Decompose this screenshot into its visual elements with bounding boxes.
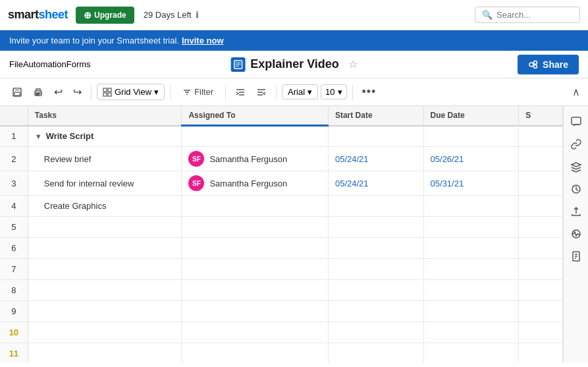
more-options-button[interactable]: ••• [358,84,381,100]
days-left-label: 29 Days Left [144,10,192,20]
due-date-cell[interactable]: 05/31/21 [423,171,519,196]
assigned-cell[interactable] [182,259,329,280]
menu-file[interactable]: File [9,59,23,69]
start-date-cell[interactable] [328,196,423,217]
upload-icon-button[interactable] [566,201,587,222]
task-cell[interactable] [28,238,182,259]
start-date-cell[interactable] [328,126,423,147]
start-date-cell[interactable]: 05/24/21 [328,171,423,196]
outdent-button[interactable] [252,85,271,99]
col-header-due[interactable]: Due Date [423,106,519,126]
font-selector[interactable]: Arial ▾ [282,84,318,99]
status-cell[interactable] [519,301,563,322]
document-icon-button[interactable] [566,246,587,267]
redo-button[interactable]: ↪ [69,83,86,101]
save-icon-button[interactable] [8,84,26,100]
star-icon[interactable]: ☆ [348,58,358,71]
task-cell[interactable] [28,343,182,363]
spreadsheet-area: Tasks Assigned To Start Date Due Date S … [0,106,563,362]
status-cell[interactable] [519,343,563,363]
upgrade-button[interactable]: ⊕ Upgrade [76,7,134,24]
start-date-cell[interactable] [328,280,423,301]
print-icon-button[interactable] [29,84,47,100]
task-cell[interactable]: ▼Write Script [28,126,182,147]
status-cell[interactable] [519,217,563,238]
search-input[interactable] [496,10,573,20]
due-date-cell[interactable] [423,280,519,301]
start-date-cell[interactable] [328,343,423,363]
activity-icon-button[interactable] [566,223,587,244]
task-cell[interactable] [28,217,182,238]
due-date-cell[interactable] [423,322,519,343]
status-cell[interactable] [519,238,563,259]
task-cell[interactable] [28,301,182,322]
due-date-cell[interactable]: 05/26/21 [423,147,519,171]
collapse-row-arrow[interactable]: ▼ [35,132,42,140]
status-cell[interactable] [519,280,563,301]
task-cell[interactable]: Send for internal review [28,171,182,196]
task-cell[interactable]: Review brief [28,147,182,171]
task-cell[interactable]: Create Graphics [28,196,182,217]
divider1 [91,85,92,99]
search-icon: 🔍 [482,10,493,20]
status-cell[interactable] [519,171,563,196]
due-date-cell[interactable] [423,217,519,238]
assigned-cell[interactable] [182,280,329,301]
due-date-cell[interactable] [423,238,519,259]
undo-button[interactable]: ↩ [50,83,67,101]
due-date-cell[interactable] [423,343,519,363]
start-date-cell[interactable] [328,259,423,280]
history-icon-button[interactable] [566,179,587,200]
spreadsheet-table: Tasks Assigned To Start Date Due Date S … [0,106,563,362]
col-header-assigned[interactable]: Assigned To [182,106,329,126]
assigned-cell[interactable] [182,301,329,322]
status-cell[interactable] [519,196,563,217]
status-cell[interactable] [519,259,563,280]
assigned-cell[interactable] [182,196,329,217]
due-date-cell[interactable] [423,126,519,147]
task-cell[interactable] [28,280,182,301]
table-scroll-area[interactable]: Tasks Assigned To Start Date Due Date S … [0,106,563,362]
status-cell[interactable] [519,126,563,147]
svg-rect-13 [103,88,107,92]
assigned-cell[interactable] [182,343,329,363]
status-cell[interactable] [519,147,563,171]
col-header-status[interactable]: S [519,106,563,126]
info-icon[interactable]: ℹ [196,10,199,20]
comment-icon-button[interactable] [566,111,587,132]
assigned-cell[interactable]: SFSamantha Ferguson [182,147,329,171]
task-cell[interactable] [28,259,182,280]
assigned-cell[interactable] [182,238,329,259]
start-date-cell[interactable]: 05/24/21 [328,147,423,171]
size-selector[interactable]: 10 ▾ [321,84,346,99]
start-date-cell[interactable] [328,238,423,259]
start-date-cell[interactable] [328,322,423,343]
menu-automation[interactable]: Automation [23,59,67,69]
start-date-cell[interactable] [328,301,423,322]
due-date-cell[interactable] [423,196,519,217]
col-header-start[interactable]: Start Date [328,106,423,126]
due-date-cell[interactable] [423,301,519,322]
menu-bar: File Automation Forms Explainer Video ☆ … [0,51,588,78]
assigned-cell[interactable]: SFSamantha Ferguson [182,171,329,196]
assigned-cell[interactable] [182,126,329,147]
start-date-cell[interactable] [328,217,423,238]
assigned-cell[interactable] [182,322,329,343]
filter-button[interactable]: Filter [176,84,220,99]
task-cell[interactable] [28,322,182,343]
indent-button[interactable] [231,85,250,99]
grid-view-button[interactable]: Grid View ▾ [97,84,165,100]
due-date-cell[interactable] [423,259,519,280]
collapse-button[interactable]: ∧ [572,86,580,98]
menu-forms[interactable]: Forms [67,59,91,69]
share-button[interactable]: Share [518,55,579,74]
table-row: 11 [0,343,563,363]
col-header-tasks[interactable]: Tasks [28,106,182,126]
size-dropdown-icon: ▾ [338,87,342,97]
table-row: 10 [0,322,563,343]
layers-icon-button[interactable] [566,156,587,177]
assigned-cell[interactable] [182,217,329,238]
status-cell[interactable] [519,322,563,343]
invite-now-link[interactable]: Invite now [182,36,224,45]
link-icon-button[interactable] [566,134,587,155]
